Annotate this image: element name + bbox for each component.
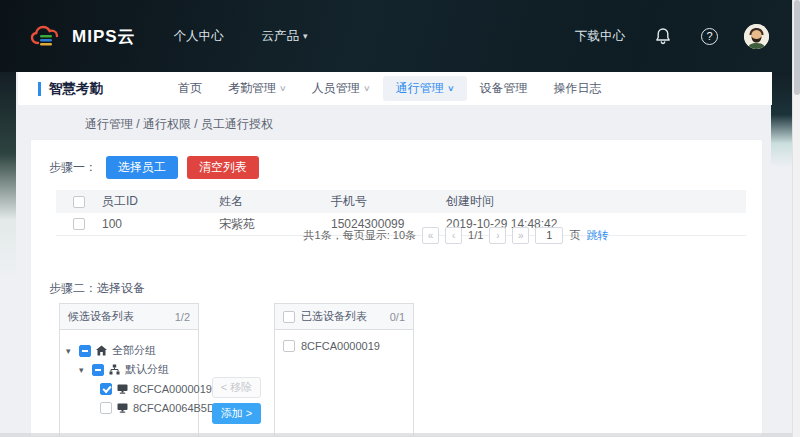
page-indicator: 1/1 bbox=[468, 229, 483, 241]
prev-page-button[interactable]: ‹ bbox=[445, 227, 462, 244]
tree-node-device-2[interactable]: 8CFCA0064B5D bbox=[60, 398, 198, 417]
tree-node-default-group[interactable]: ▾ 默认分组 bbox=[60, 360, 198, 379]
header-created-time: 创建时间 bbox=[446, 193, 746, 210]
transfer-buttons: < 移除 添加 > bbox=[212, 377, 261, 424]
download-center-link[interactable]: 下载中心 bbox=[575, 28, 625, 45]
logo-text: MIPS云 bbox=[72, 25, 136, 48]
add-device-button[interactable]: 添加 > bbox=[212, 403, 261, 424]
page-unit-label: 页 bbox=[569, 228, 580, 243]
window-bottom-edge bbox=[0, 433, 792, 437]
menu-cloud-products[interactable]: 云产品 ▾ bbox=[262, 28, 308, 45]
tree-node-device-1[interactable]: 8CFCA0000019 bbox=[60, 379, 198, 398]
tree-checkbox[interactable] bbox=[100, 402, 112, 414]
pagination-summary: 共1条，每页显示: 10条 bbox=[304, 228, 416, 243]
tree-node-label: 默认分组 bbox=[125, 362, 169, 377]
select-all-checkbox[interactable] bbox=[73, 196, 85, 208]
avatar[interactable] bbox=[744, 24, 769, 49]
nav-tabs: 首页 考勤管理 ∨ 人员管理 ∨ 通行管理 ∨ 设备管理 操作日志 bbox=[165, 76, 615, 101]
jump-link[interactable]: 跳转 bbox=[586, 228, 608, 243]
remove-device-button[interactable]: < 移除 bbox=[212, 377, 261, 398]
tab-access[interactable]: 通行管理 ∨ bbox=[383, 76, 467, 101]
tab-personnel-label: 人员管理 bbox=[312, 80, 360, 97]
topbar-right: 下载中心 ? bbox=[575, 24, 769, 49]
tab-attendance-label: 考勤管理 bbox=[228, 80, 276, 97]
logo[interactable]: MIPS云 bbox=[30, 24, 136, 48]
candidate-panel-count: 1/2 bbox=[175, 311, 190, 323]
header-phone: 手机号 bbox=[331, 193, 446, 210]
device-tree: ▾ 全部分组 ▾ bbox=[60, 330, 198, 417]
help-icon[interactable]: ? bbox=[701, 28, 718, 45]
scrollbar-thumb[interactable] bbox=[794, 0, 800, 95]
tree-expand-icon[interactable]: ▾ bbox=[66, 346, 74, 356]
tree-node-all-groups[interactable]: ▾ 全部分组 bbox=[60, 341, 198, 360]
topbar: MIPS云 个人中心 云产品 ▾ 下载中心 ? bbox=[0, 0, 793, 72]
tree-checkbox[interactable] bbox=[92, 364, 104, 376]
selected-panel-header: 已选设备列表 0/1 bbox=[275, 304, 413, 330]
chevron-down-icon: ▾ bbox=[303, 31, 308, 41]
home-icon bbox=[96, 345, 107, 356]
first-page-button[interactable]: « bbox=[422, 227, 439, 244]
candidate-panel-title: 候选设备列表 bbox=[68, 309, 134, 324]
tree-checkbox[interactable] bbox=[100, 383, 112, 395]
tab-access-label: 通行管理 bbox=[396, 80, 444, 97]
tab-attendance[interactable]: 考勤管理 ∨ bbox=[215, 76, 299, 101]
menu-personal-center[interactable]: 个人中心 bbox=[174, 28, 224, 45]
app-navbar: 智慧考勤 首页 考勤管理 ∨ 人员管理 ∨ 通行管理 ∨ 设备管理 操作日志 bbox=[18, 72, 772, 105]
tree-node-label: 全部分组 bbox=[112, 343, 156, 358]
app-title: 智慧考勤 bbox=[49, 80, 103, 98]
cloud-logo-icon bbox=[30, 24, 64, 48]
background-fade-left bbox=[0, 72, 16, 277]
item-checkbox[interactable] bbox=[283, 340, 295, 352]
tree-expand-icon[interactable]: ▾ bbox=[79, 365, 87, 375]
tree-checkbox[interactable] bbox=[79, 345, 91, 357]
step-two-label: 步骤二：选择设备 bbox=[49, 280, 145, 297]
select-employee-button[interactable]: 选择员工 bbox=[106, 156, 178, 179]
org-group-icon bbox=[109, 364, 120, 375]
tab-device[interactable]: 设备管理 bbox=[467, 76, 541, 101]
selected-panel-title: 已选设备列表 bbox=[301, 309, 367, 324]
chevron-down-icon: ∨ bbox=[363, 84, 371, 93]
help-glyph: ? bbox=[706, 30, 712, 42]
tab-log[interactable]: 操作日志 bbox=[541, 76, 615, 101]
menu-personal-label: 个人中心 bbox=[174, 28, 224, 45]
header-employee-id: 员工ID bbox=[102, 193, 219, 210]
monitor-icon bbox=[117, 384, 128, 394]
tree-node-label: 8CFCA0000019 bbox=[133, 383, 212, 395]
item-label: 8CFCA0000019 bbox=[301, 340, 380, 352]
last-page-button[interactable]: » bbox=[512, 227, 529, 244]
menu-cloud-label: 云产品 bbox=[262, 28, 300, 45]
page: MIPS云 个人中心 云产品 ▾ 下载中心 ? bbox=[0, 0, 800, 437]
page-jump-input[interactable] bbox=[535, 227, 563, 244]
table-header-row: 员工ID 姓名 手机号 创建时间 bbox=[56, 190, 746, 213]
candidate-device-panel: 候选设备列表 1/2 ▾ 全部分组 ▾ bbox=[59, 303, 199, 437]
tab-log-label: 操作日志 bbox=[554, 80, 602, 97]
pagination: 共1条，每页显示: 10条 « ‹ 1/1 › » 页 跳转 bbox=[56, 225, 746, 245]
title-accent-bar bbox=[38, 82, 41, 96]
chevron-down-icon: ∨ bbox=[447, 84, 455, 93]
candidate-panel-header: 候选设备列表 1/2 bbox=[60, 304, 198, 330]
background-fade-right bbox=[771, 72, 793, 167]
tab-personnel[interactable]: 人员管理 ∨ bbox=[299, 76, 383, 101]
breadcrumb: 通行管理 / 通行权限 / 员工通行授权 bbox=[85, 116, 273, 133]
monitor-icon bbox=[117, 403, 128, 413]
header-name: 姓名 bbox=[219, 193, 331, 210]
selected-device-panel: 已选设备列表 0/1 8CFCA0000019 bbox=[274, 303, 414, 437]
selected-device-item[interactable]: 8CFCA0000019 bbox=[275, 330, 413, 352]
vertical-scrollbar[interactable] bbox=[792, 0, 800, 437]
bell-icon[interactable] bbox=[655, 27, 671, 45]
tree-node-label: 8CFCA0064B5D bbox=[133, 402, 215, 414]
selected-select-all-checkbox[interactable] bbox=[283, 311, 295, 323]
step-one-row: 步骤一： 选择员工 清空列表 bbox=[49, 156, 259, 179]
main-card: 步骤一： 选择员工 清空列表 员工ID 姓名 手机号 创建时间 100 宋紫苑 … bbox=[30, 139, 763, 437]
tab-device-label: 设备管理 bbox=[480, 80, 528, 97]
clear-list-button[interactable]: 清空列表 bbox=[187, 156, 259, 179]
chevron-down-icon: ∨ bbox=[279, 84, 287, 93]
tab-home[interactable]: 首页 bbox=[165, 76, 215, 101]
tab-home-label: 首页 bbox=[178, 80, 202, 97]
selected-panel-count: 0/1 bbox=[390, 311, 405, 323]
next-page-button[interactable]: › bbox=[489, 227, 506, 244]
step-one-label: 步骤一： bbox=[49, 159, 97, 176]
